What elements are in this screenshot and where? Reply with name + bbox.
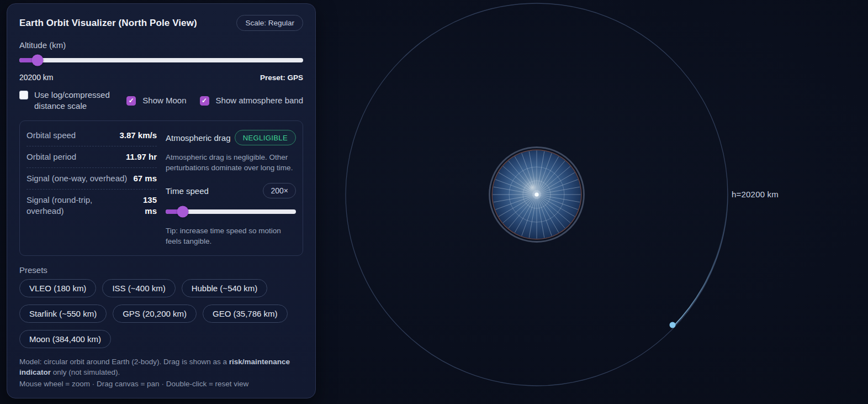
atmospheric-drag-label: Atmospheric drag	[166, 133, 231, 143]
stats-list: Orbital speed 3.87 km/s Orbital period 1…	[27, 129, 157, 246]
stat-value: 3.87 km/s	[119, 130, 157, 141]
checkmark-icon: ✓	[202, 97, 207, 104]
stat-value: 67 ms	[133, 173, 157, 184]
preset-button-gps[interactable]: GPS (20,200 km)	[113, 305, 197, 323]
orbit-trail	[674, 178, 728, 326]
atmospheric-drag-row: Atmospheric drag NEGLIGIBLE	[166, 130, 296, 145]
preset-button-moon[interactable]: Moon (384,400 km)	[19, 330, 111, 348]
time-speed-badge: 200×	[263, 183, 296, 198]
toggle-show-atmosphere[interactable]: ✓ Show atmosphere band	[200, 95, 303, 106]
panel-header: Earth Orbit Visualizer (North Pole View)…	[19, 15, 303, 31]
page-title: Earth Orbit Visualizer (North Pole View)	[19, 18, 197, 29]
stat-value: 11.97 hr	[126, 151, 157, 162]
model-note: Model: circular orbit around Earth (2-bo…	[19, 356, 303, 377]
altitude-slider[interactable]	[19, 54, 303, 66]
time-speed-slider[interactable]	[166, 206, 296, 217]
drag-description: Atmospheric drag is negligible. Other pe…	[166, 152, 296, 173]
scale-mode-badge[interactable]: Scale: Regular	[236, 15, 303, 31]
toggle-label: Use log/compressed distance scale	[34, 90, 113, 112]
altitude-label: Altitude (km)	[19, 40, 303, 50]
stat-row: Signal (one-way, overhead) 67 ms	[27, 168, 157, 190]
altitude-slider-track[interactable]	[19, 58, 303, 62]
toggle-label: Show atmosphere band	[216, 95, 303, 106]
show-moon-checkbox[interactable]: ✓	[126, 96, 136, 106]
model-note-suffix: only (not simulated).	[51, 368, 120, 376]
stats-card: Orbital speed 3.87 km/s Orbital period 1…	[19, 120, 303, 256]
control-panel: Earth Orbit Visualizer (North Pole View)…	[7, 3, 316, 398]
stat-row: Orbital speed 3.87 km/s	[27, 129, 157, 146]
toggle-log-scale[interactable]: ✓ Use log/compressed distance scale	[19, 90, 113, 112]
time-speed-label: Time speed	[166, 186, 209, 196]
toggle-show-moon[interactable]: ✓ Show Moon	[126, 95, 186, 106]
footer-notes: Model: circular orbit around Earth (2-bo…	[19, 356, 303, 389]
presets-group: VLEO (180 km) ISS (~400 km) Hubble (~540…	[19, 279, 303, 348]
pole-dot	[534, 192, 538, 196]
preset-button-starlink[interactable]: Starlink (~550 km)	[19, 305, 107, 323]
stat-row: Orbital period 11.97 hr	[27, 146, 157, 168]
toggles-row: ✓ Use log/compressed distance scale ✓ Sh…	[19, 90, 303, 112]
preset-button-geo[interactable]: GEO (35,786 km)	[203, 305, 288, 323]
drag-status-badge: NEGLIGIBLE	[235, 130, 296, 145]
satellite-dot	[670, 322, 676, 328]
stat-label: Signal (round-trip, overhead)	[27, 195, 120, 217]
preset-button-vleo[interactable]: VLEO (180 km)	[19, 279, 96, 297]
active-preset-label: Preset: GPS	[260, 74, 303, 82]
toggle-label: Show Moon	[142, 95, 186, 106]
time-speed-tip: Tip: increase time speed so motion feels…	[166, 225, 296, 246]
preset-button-iss[interactable]: ISS (~400 km)	[102, 279, 175, 297]
orbit-altitude-label: h=20200 km	[732, 190, 779, 199]
mouse-hints: Mouse wheel = zoom · Drag canvas = pan ·…	[19, 379, 303, 389]
altitude-value: 20200 km	[19, 73, 53, 82]
model-note-text: Model: circular orbit around Earth (2-bo…	[19, 358, 229, 366]
stat-value: 135 ms	[131, 195, 157, 217]
show-atmosphere-checkbox[interactable]: ✓	[200, 96, 209, 106]
checkmark-icon: ✓	[129, 97, 134, 104]
stat-row: Signal (round-trip, overhead) 135 ms	[27, 190, 157, 222]
altitude-slider-thumb[interactable]	[32, 54, 44, 66]
drag-and-time-section: Atmospheric drag NEGLIGIBLE Atmospheric …	[166, 129, 296, 246]
log-scale-checkbox[interactable]: ✓	[19, 91, 28, 99]
stat-label: Orbital speed	[27, 130, 76, 141]
stat-label: Signal (one-way, overhead)	[27, 173, 127, 184]
altitude-values-row: 20200 km Preset: GPS	[19, 73, 303, 82]
presets-heading: Presets	[19, 265, 303, 275]
time-speed-row: Time speed 200×	[166, 183, 296, 198]
stat-label: Orbital period	[27, 151, 76, 162]
time-slider-thumb[interactable]	[177, 206, 188, 217]
preset-button-hubble[interactable]: Hubble (~540 km)	[182, 279, 268, 297]
